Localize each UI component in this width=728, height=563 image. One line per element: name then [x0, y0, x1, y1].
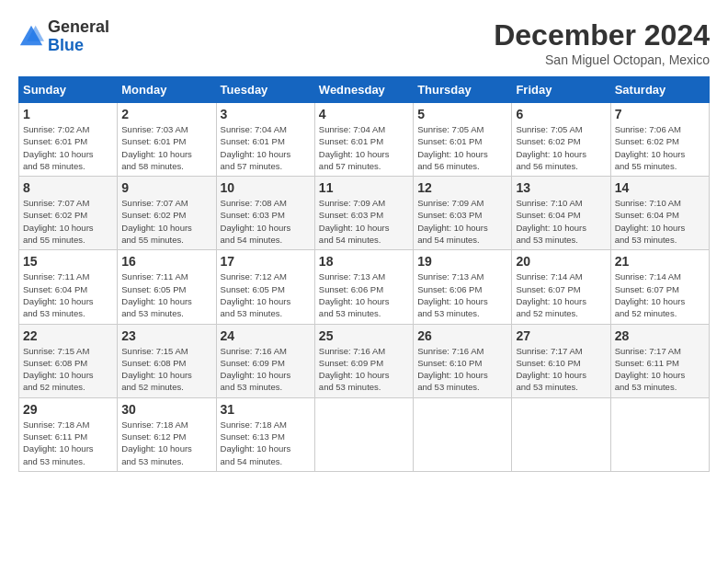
- calendar-cell: 8Sunrise: 7:07 AM Sunset: 6:02 PM Daylig…: [19, 177, 118, 250]
- day-info: Sunrise: 7:12 AM Sunset: 6:05 PM Dayligh…: [221, 270, 311, 319]
- day-number: 15: [23, 254, 113, 269]
- calendar-cell: 21Sunrise: 7:14 AM Sunset: 6:07 PM Dayli…: [610, 250, 709, 324]
- day-number: 16: [121, 254, 211, 269]
- day-info: Sunrise: 7:11 AM Sunset: 6:04 PM Dayligh…: [23, 270, 113, 319]
- calendar-week-row: 29Sunrise: 7:18 AM Sunset: 6:11 PM Dayli…: [19, 397, 710, 471]
- calendar-cell: 1Sunrise: 7:02 AM Sunset: 6:01 PM Daylig…: [19, 103, 118, 177]
- day-info: Sunrise: 7:09 AM Sunset: 6:03 PM Dayligh…: [319, 197, 409, 246]
- calendar-cell: 2Sunrise: 7:03 AM Sunset: 6:01 PM Daylig…: [118, 103, 216, 177]
- day-number: 21: [615, 254, 705, 269]
- calendar-cell: 17Sunrise: 7:12 AM Sunset: 6:05 PM Dayli…: [216, 250, 314, 324]
- day-number: 25: [319, 328, 409, 343]
- calendar-cell: [314, 397, 413, 471]
- calendar-cell: 5Sunrise: 7:05 AM Sunset: 6:01 PM Daylig…: [414, 103, 512, 177]
- day-number: 28: [615, 328, 705, 343]
- calendar-cell: 18Sunrise: 7:13 AM Sunset: 6:06 PM Dayli…: [314, 250, 413, 324]
- day-info: Sunrise: 7:15 AM Sunset: 6:08 PM Dayligh…: [23, 345, 113, 394]
- day-info: Sunrise: 7:18 AM Sunset: 6:12 PM Dayligh…: [121, 419, 211, 467]
- header-day-tuesday: Tuesday: [216, 77, 314, 103]
- day-info: Sunrise: 7:04 AM Sunset: 6:01 PM Dayligh…: [319, 123, 409, 172]
- day-number: 2: [121, 107, 211, 121]
- calendar-cell: 23Sunrise: 7:15 AM Sunset: 6:08 PM Dayli…: [118, 324, 216, 397]
- day-number: 5: [417, 107, 507, 121]
- logo-icon: [18, 24, 44, 50]
- calendar-cell: 13Sunrise: 7:10 AM Sunset: 6:04 PM Dayli…: [512, 177, 610, 250]
- day-info: Sunrise: 7:18 AM Sunset: 6:11 PM Dayligh…: [23, 419, 113, 467]
- day-info: Sunrise: 7:07 AM Sunset: 6:02 PM Dayligh…: [121, 197, 211, 246]
- calendar-week-row: 15Sunrise: 7:11 AM Sunset: 6:04 PM Dayli…: [19, 250, 710, 324]
- day-info: Sunrise: 7:04 AM Sunset: 6:01 PM Dayligh…: [221, 123, 311, 172]
- day-number: 11: [319, 180, 409, 195]
- day-number: 13: [516, 180, 606, 195]
- calendar-header: SundayMondayTuesdayWednesdayThursdayFrid…: [19, 77, 710, 103]
- calendar-cell: 24Sunrise: 7:16 AM Sunset: 6:09 PM Dayli…: [216, 324, 314, 397]
- location-subtitle: San Miguel Octopan, Mexico: [494, 52, 710, 67]
- calendar-cell: 12Sunrise: 7:09 AM Sunset: 6:03 PM Dayli…: [414, 177, 512, 250]
- logo: General Blue: [18, 18, 109, 55]
- day-number: 23: [121, 328, 211, 343]
- day-info: Sunrise: 7:07 AM Sunset: 6:02 PM Dayligh…: [23, 197, 113, 246]
- day-number: 10: [221, 180, 311, 195]
- calendar-cell: [610, 397, 709, 471]
- page-header: General Blue December 2024 San Miguel Oc…: [18, 18, 710, 67]
- day-info: Sunrise: 7:13 AM Sunset: 6:06 PM Dayligh…: [417, 270, 507, 319]
- day-number: 19: [417, 254, 507, 269]
- calendar-cell: 30Sunrise: 7:18 AM Sunset: 6:12 PM Dayli…: [118, 397, 216, 471]
- day-info: Sunrise: 7:13 AM Sunset: 6:06 PM Dayligh…: [319, 270, 409, 319]
- header-row: SundayMondayTuesdayWednesdayThursdayFrid…: [19, 77, 710, 103]
- calendar-cell: 19Sunrise: 7:13 AM Sunset: 6:06 PM Dayli…: [414, 250, 512, 324]
- logo-general: General: [48, 17, 109, 36]
- day-info: Sunrise: 7:15 AM Sunset: 6:08 PM Dayligh…: [121, 345, 211, 394]
- calendar-cell: 16Sunrise: 7:11 AM Sunset: 6:05 PM Dayli…: [118, 250, 216, 324]
- day-number: 8: [23, 180, 113, 195]
- header-day-monday: Monday: [118, 77, 216, 103]
- day-info: Sunrise: 7:16 AM Sunset: 6:09 PM Dayligh…: [319, 345, 409, 394]
- day-number: 14: [615, 180, 705, 195]
- day-number: 27: [516, 328, 606, 343]
- day-number: 17: [221, 254, 311, 269]
- day-number: 26: [417, 328, 507, 343]
- calendar-cell: 28Sunrise: 7:17 AM Sunset: 6:11 PM Dayli…: [610, 324, 709, 397]
- calendar-body: 1Sunrise: 7:02 AM Sunset: 6:01 PM Daylig…: [19, 103, 710, 472]
- day-info: Sunrise: 7:18 AM Sunset: 6:13 PM Dayligh…: [221, 419, 311, 467]
- logo-text: General Blue: [48, 18, 109, 55]
- calendar-cell: 14Sunrise: 7:10 AM Sunset: 6:04 PM Dayli…: [610, 177, 709, 250]
- header-day-wednesday: Wednesday: [314, 77, 413, 103]
- day-number: 22: [23, 328, 113, 343]
- calendar-cell: 3Sunrise: 7:04 AM Sunset: 6:01 PM Daylig…: [216, 103, 314, 177]
- calendar-cell: 31Sunrise: 7:18 AM Sunset: 6:13 PM Dayli…: [216, 397, 314, 471]
- calendar-table: SundayMondayTuesdayWednesdayThursdayFrid…: [18, 76, 710, 472]
- day-number: 4: [319, 107, 409, 121]
- calendar-cell: 7Sunrise: 7:06 AM Sunset: 6:02 PM Daylig…: [610, 103, 709, 177]
- day-info: Sunrise: 7:06 AM Sunset: 6:02 PM Dayligh…: [615, 123, 705, 172]
- calendar-cell: 4Sunrise: 7:04 AM Sunset: 6:01 PM Daylig…: [314, 103, 413, 177]
- day-info: Sunrise: 7:08 AM Sunset: 6:03 PM Dayligh…: [221, 197, 311, 246]
- calendar-cell: [414, 397, 512, 471]
- day-number: 30: [121, 402, 211, 417]
- day-info: Sunrise: 7:03 AM Sunset: 6:01 PM Dayligh…: [121, 123, 211, 172]
- title-block: December 2024 San Miguel Octopan, Mexico: [494, 18, 710, 67]
- day-info: Sunrise: 7:05 AM Sunset: 6:02 PM Dayligh…: [516, 123, 606, 172]
- calendar-cell: 11Sunrise: 7:09 AM Sunset: 6:03 PM Dayli…: [314, 177, 413, 250]
- day-number: 1: [23, 107, 113, 121]
- header-day-thursday: Thursday: [414, 77, 512, 103]
- calendar-week-row: 8Sunrise: 7:07 AM Sunset: 6:02 PM Daylig…: [19, 177, 710, 250]
- calendar-cell: 9Sunrise: 7:07 AM Sunset: 6:02 PM Daylig…: [118, 177, 216, 250]
- day-info: Sunrise: 7:14 AM Sunset: 6:07 PM Dayligh…: [516, 270, 606, 319]
- header-day-friday: Friday: [512, 77, 610, 103]
- calendar-week-row: 1Sunrise: 7:02 AM Sunset: 6:01 PM Daylig…: [19, 103, 710, 177]
- calendar-cell: 25Sunrise: 7:16 AM Sunset: 6:09 PM Dayli…: [314, 324, 413, 397]
- day-number: 18: [319, 254, 409, 269]
- day-number: 9: [121, 180, 211, 195]
- calendar-week-row: 22Sunrise: 7:15 AM Sunset: 6:08 PM Dayli…: [19, 324, 710, 397]
- calendar-cell: 6Sunrise: 7:05 AM Sunset: 6:02 PM Daylig…: [512, 103, 610, 177]
- day-info: Sunrise: 7:10 AM Sunset: 6:04 PM Dayligh…: [516, 197, 606, 246]
- calendar-cell: 20Sunrise: 7:14 AM Sunset: 6:07 PM Dayli…: [512, 250, 610, 324]
- calendar-cell: 10Sunrise: 7:08 AM Sunset: 6:03 PM Dayli…: [216, 177, 314, 250]
- day-info: Sunrise: 7:05 AM Sunset: 6:01 PM Dayligh…: [417, 123, 507, 172]
- calendar-cell: 29Sunrise: 7:18 AM Sunset: 6:11 PM Dayli…: [19, 397, 118, 471]
- day-number: 29: [23, 402, 113, 417]
- calendar-cell: 27Sunrise: 7:17 AM Sunset: 6:10 PM Dayli…: [512, 324, 610, 397]
- day-info: Sunrise: 7:14 AM Sunset: 6:07 PM Dayligh…: [615, 270, 705, 319]
- day-number: 6: [516, 107, 606, 121]
